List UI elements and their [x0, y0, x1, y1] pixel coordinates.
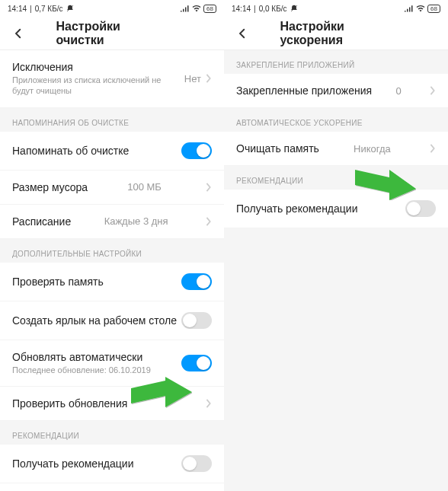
- svg-marker-1: [131, 377, 192, 407]
- row-wifi-only[interactable]: Загружать только по Wi-Fi: [0, 483, 224, 491]
- row-title: Получать рекомендации: [12, 458, 133, 470]
- page-title: Настройки очистки: [56, 20, 168, 47]
- toggle-auto-update[interactable]: [181, 355, 212, 371]
- phone-left: 14:14 | 0,7 КБ/с 68 Настройки очистки Ис…: [0, 0, 224, 491]
- row-trash-size[interactable]: Размер мусора 100 МБ: [0, 171, 224, 205]
- row-title: Проверять память: [12, 276, 104, 288]
- row-remind[interactable]: Напоминать об очистке: [0, 132, 224, 171]
- row-value: 0: [395, 85, 401, 97]
- status-net: 0,7 КБ/с: [35, 5, 63, 13]
- dnd-icon: [66, 5, 74, 12]
- back-button[interactable]: [9, 24, 27, 43]
- row-shortcut[interactable]: Создать ярлык на рабочем столе: [0, 301, 224, 340]
- row-value: Никогда: [354, 143, 391, 155]
- status-bar: 14:14 | 0,0 КБ/с 68: [224, 0, 448, 17]
- chevron-right-icon: [430, 144, 436, 153]
- page-title: Настройки ускорения: [280, 20, 392, 47]
- row-schedule[interactable]: Расписание Каждые 3 дня: [0, 205, 224, 239]
- row-value: 100 МБ: [127, 181, 162, 193]
- header: Настройки очистки: [0, 17, 224, 50]
- section-header-advanced: ДОПОЛНИТЕЛЬНЫЕ НАСТРОЙКИ: [0, 239, 224, 263]
- chevron-right-icon: [206, 399, 212, 408]
- row-title: Напоминать об очистке: [12, 145, 129, 157]
- row-check-memory[interactable]: Проверять память: [0, 263, 224, 301]
- status-time: 14:14: [232, 5, 251, 13]
- section-header-reminders: НАПОМИНАНИЯ ОБ ОЧИСТКЕ: [0, 108, 224, 132]
- svg-marker-3: [355, 170, 416, 200]
- chevron-right-icon: [206, 183, 212, 192]
- wifi-icon: [416, 5, 425, 12]
- toggle-remind[interactable]: [181, 142, 212, 159]
- phone-right: 14:14 | 0,0 КБ/с 68 Настройки ускорения …: [224, 0, 448, 491]
- section-header-recommendations: РЕКОМЕНДАЦИИ: [0, 421, 224, 445]
- toggle-recommendations[interactable]: [181, 455, 212, 472]
- section-header-auto-boost: АВТОМАТИЧЕСКОЕ УСКОРЕНИЕ: [224, 108, 448, 132]
- row-title: Исключения: [12, 61, 184, 73]
- row-sub: Последнее обновление: 06.10.2019: [12, 365, 181, 375]
- status-time: 14:14: [8, 5, 27, 13]
- row-title: Очищать память: [236, 142, 319, 155]
- row-exclusions[interactable]: Исключения Приложения из списка исключен…: [0, 50, 224, 108]
- row-title: Получать рекомендации: [236, 202, 357, 215]
- row-title: Размер мусора: [12, 181, 88, 193]
- wifi-icon: [192, 5, 201, 12]
- row-recommendations[interactable]: Получать рекомендации: [0, 445, 224, 483]
- row-value: Каждые 3 дня: [104, 215, 168, 227]
- toggle-shortcut[interactable]: [181, 312, 212, 329]
- status-bar: 14:14 | 0,7 КБ/с 68: [0, 0, 224, 17]
- status-net: 0,0 КБ/с: [259, 5, 287, 13]
- signal-icon: [181, 5, 190, 12]
- row-title: Закрепленные приложения: [236, 84, 372, 97]
- row-pinned-apps[interactable]: Закрепленные приложения 0: [224, 74, 448, 108]
- row-sub: Приложения из списка исключений не будут…: [12, 75, 184, 97]
- row-clean-memory[interactable]: Очищать память Никогда: [224, 132, 448, 166]
- chevron-right-icon: [206, 217, 212, 226]
- battery-icon: 68: [203, 5, 216, 13]
- row-title: Создать ярлык на рабочем столе: [12, 314, 177, 327]
- row-title: Обновлять автоматически: [12, 351, 181, 363]
- annotation-arrow: [131, 377, 192, 415]
- dnd-icon: [290, 5, 298, 12]
- row-title: Проверить обновления: [12, 397, 127, 410]
- toggle-recommendations[interactable]: [405, 200, 436, 217]
- row-title: Расписание: [12, 215, 71, 228]
- toggle-check-memory[interactable]: [181, 273, 212, 290]
- chevron-right-icon: [430, 86, 436, 95]
- chevron-right-icon: [206, 74, 212, 83]
- back-button[interactable]: [233, 24, 251, 43]
- battery-icon: 68: [427, 5, 440, 13]
- header: Настройки ускорения: [224, 17, 448, 50]
- signal-icon: [405, 5, 414, 12]
- row-value: Нет: [184, 73, 201, 84]
- section-header-pinning: ЗАКРЕПЛЕНИЕ ПРИЛОЖЕНИЙ: [224, 50, 448, 74]
- annotation-arrow: [355, 162, 416, 200]
